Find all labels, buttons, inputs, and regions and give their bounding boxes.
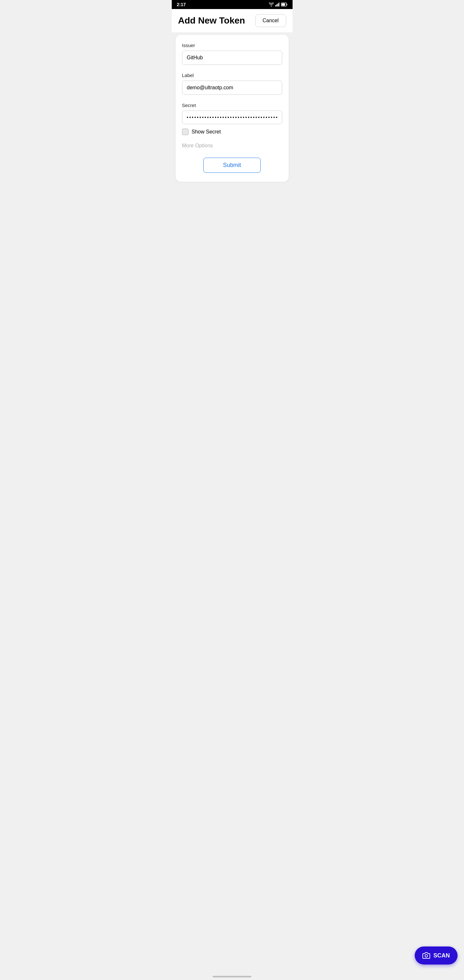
svg-rect-5 xyxy=(281,3,285,6)
wifi-icon xyxy=(269,3,274,6)
issuer-input[interactable] xyxy=(182,51,282,65)
svg-rect-3 xyxy=(278,3,280,6)
status-icons xyxy=(269,3,288,6)
status-bar: 2:17 xyxy=(172,0,292,9)
secret-label: Secret xyxy=(182,102,282,108)
submit-wrapper: Submit xyxy=(182,158,282,173)
show-secret-label[interactable]: Show Secret xyxy=(192,129,221,135)
form-card: Issuer Label Secret Show Secret More Opt… xyxy=(176,35,289,182)
signal-icon xyxy=(275,3,280,6)
issuer-label: Issuer xyxy=(182,43,282,48)
label-input[interactable] xyxy=(182,81,282,95)
more-options[interactable]: More Options xyxy=(182,143,282,149)
submit-button[interactable]: Submit xyxy=(203,158,261,173)
svg-rect-6 xyxy=(286,4,287,5)
svg-rect-2 xyxy=(277,3,278,6)
page-title: Add New Token xyxy=(178,16,245,26)
svg-rect-0 xyxy=(275,5,276,6)
status-time: 2:17 xyxy=(177,2,186,7)
svg-rect-1 xyxy=(276,5,277,7)
secret-input[interactable] xyxy=(182,111,282,124)
label-label: Label xyxy=(182,73,282,78)
cancel-button[interactable]: Cancel xyxy=(255,14,286,27)
show-secret-row: Show Secret xyxy=(182,129,282,135)
app-header: Add New Token Cancel xyxy=(172,9,292,32)
label-field-group: Label xyxy=(182,73,282,95)
issuer-field-group: Issuer xyxy=(182,43,282,65)
show-secret-checkbox[interactable] xyxy=(182,129,189,135)
secret-field-group: Secret Show Secret xyxy=(182,102,282,135)
battery-icon xyxy=(281,3,288,6)
